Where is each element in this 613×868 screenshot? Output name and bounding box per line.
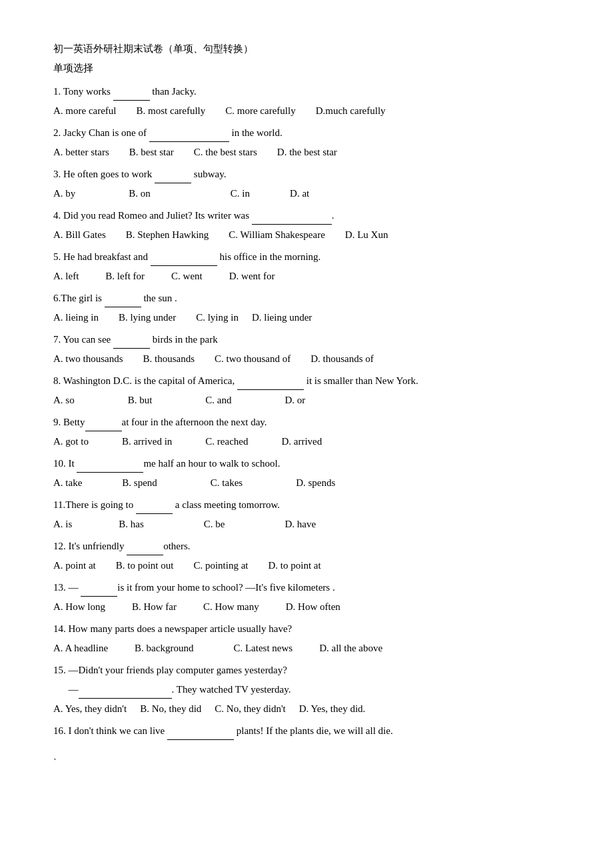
q12-options: A. point at B. to point out C. pointing … xyxy=(53,557,560,575)
q2-options: A. better stars B. best star C. the best… xyxy=(53,143,560,161)
question-5: 5. He had breakfast and his office in th… xyxy=(53,248,560,266)
q1-optD: D.much carefully xyxy=(316,102,386,120)
q3-optA: A. by xyxy=(53,185,75,203)
question-13: 13. — is it from your home to school? —I… xyxy=(53,579,560,597)
q15-optC: C. No, they didn't xyxy=(215,700,285,718)
question-11: 11.There is going to a class meeting tom… xyxy=(53,496,560,514)
q4-optB: B. Stephen Hawking xyxy=(126,226,209,244)
q13-optB: B. How far xyxy=(132,598,177,616)
q2-optA: A. better stars xyxy=(53,143,109,161)
q11-text: 11.There is going to a class meeting tom… xyxy=(53,499,280,510)
q10-optA: A. take xyxy=(53,474,82,492)
q6-optA: A. lieing in xyxy=(53,309,99,327)
question-10: 10. It me half an hour to walk to school… xyxy=(53,455,560,473)
question-3: 3. He often goes to work subway. xyxy=(53,165,560,183)
q11-optC: C. be xyxy=(204,515,225,533)
q14-optB: B. background xyxy=(135,639,193,657)
q3-optC: C. in xyxy=(231,185,250,203)
q9-optA: A. got to xyxy=(53,433,89,451)
q15-optD: D. Yes, they did. xyxy=(299,700,366,718)
question-1: 1. Tony works than Jacky. xyxy=(53,83,560,101)
q10-options: A. take B. spend C. takes D. spends xyxy=(53,474,560,492)
q12-optA: A. point at xyxy=(53,557,96,575)
question-2: 2. Jacky Chan is one of in the world. xyxy=(53,124,560,142)
q9-optB: B. arrived in xyxy=(122,433,172,451)
q10-text: 10. It me half an hour to walk to school… xyxy=(53,458,280,469)
q2-text: 2. Jacky Chan is one of in the world. xyxy=(53,127,283,138)
q15-options: A. Yes, they didn't B. No, they did C. N… xyxy=(53,700,560,718)
q3-options: A. by B. on C. in D. at xyxy=(53,185,560,203)
q7-optD: D. thousands of xyxy=(310,350,374,368)
q4-optA: A. Bill Gates xyxy=(53,226,106,244)
question-8: 8. Washington D.C. is the capital of Ame… xyxy=(53,372,560,390)
q13-options: A. How long B. How far C. How many D. Ho… xyxy=(53,598,560,616)
q9-optD: D. arrived xyxy=(281,433,322,451)
q4-optD: D. Lu Xun xyxy=(345,226,388,244)
q12-optC: C. pointing at xyxy=(193,557,248,575)
question-9: 9. Bettyat four in the afternoon the nex… xyxy=(53,413,560,431)
question-12: 12. It's unfriendly others. xyxy=(53,537,560,555)
q4-text: 4. Did you read Romeo and Juliet? Its wr… xyxy=(53,210,334,221)
q15-text1: 15. —Didn't your friends play computer g… xyxy=(53,665,287,675)
q6-optD: D. lieing under xyxy=(252,309,312,327)
q5-optB: B. left for xyxy=(105,267,145,285)
q15-text2: —. They watched TV yesterday. xyxy=(53,684,291,695)
question-7: 7. You can see birds in the park xyxy=(53,331,560,349)
q14-optC: C. Latest news xyxy=(233,639,293,657)
q8-text: 8. Washington D.C. is the capital of Ame… xyxy=(53,375,418,386)
q11-optB: B. has xyxy=(119,515,144,533)
q3-text: 3. He often goes to work subway. xyxy=(53,169,226,179)
question-6: 6.The girl is the sun . xyxy=(53,289,560,307)
q7-text: 7. You can see birds in the park xyxy=(53,334,218,345)
q2-optD: D. the best star xyxy=(277,143,337,161)
q11-optD: D. have xyxy=(285,515,316,533)
question-16: 16. I don't think we can live plants! If… xyxy=(53,722,560,740)
backtick-mark: ` xyxy=(53,753,560,771)
q8-optB: B. but xyxy=(128,391,153,409)
q10-optC: C. takes xyxy=(211,474,243,492)
q15-optA: A. Yes, they didn't xyxy=(53,700,127,718)
q3-optB: B. on xyxy=(129,185,151,203)
q7-options: A. two thousands B. thousands C. two tho… xyxy=(53,350,560,368)
q4-optC: C. William Shakespeare xyxy=(229,226,325,244)
q6-text: 6.The girl is the sun . xyxy=(53,293,177,303)
question-15-line1: 15. —Didn't your friends play computer g… xyxy=(53,661,560,679)
q14-options: A. A headline B. background C. Latest ne… xyxy=(53,639,560,657)
q8-optC: C. and xyxy=(205,391,231,409)
q8-optA: A. so xyxy=(53,391,75,409)
q6-options: A. lieing in B. lying under C. lying in … xyxy=(53,309,560,327)
q5-optA: A. left xyxy=(53,267,79,285)
q7-optB: B. thousands xyxy=(143,350,195,368)
q9-optC: C. reached xyxy=(205,433,248,451)
q1-options: A. more careful B. most carefully C. mor… xyxy=(53,102,560,120)
q8-options: A. so B. but C. and D. or xyxy=(53,391,560,409)
document-container: 初一英语外研社期末试卷（单项、句型转换） 单项选择 1. Tony works … xyxy=(53,40,560,771)
q2-optB: B. best star xyxy=(129,143,174,161)
q10-optB: B. spend xyxy=(122,474,157,492)
q14-text: 14. How many parts does a newspaper arti… xyxy=(53,623,292,634)
q11-optA: A. is xyxy=(53,515,72,533)
q13-optD: D. How often xyxy=(286,598,340,616)
q13-text: 13. — is it from your home to school? —I… xyxy=(53,582,335,593)
q1-optA: A. more careful xyxy=(53,102,117,120)
question-4: 4. Did you read Romeo and Juliet? Its wr… xyxy=(53,207,560,225)
document-title: 初一英语外研社期末试卷（单项、句型转换） xyxy=(53,40,560,58)
q14-optD: D. all the above xyxy=(319,639,382,657)
q16-text: 16. I don't think we can live plants! If… xyxy=(53,725,393,736)
q1-optB: B. most carefully xyxy=(137,102,206,120)
q5-text: 5. He had breakfast and his office in th… xyxy=(53,251,320,262)
q10-optD: D. spends xyxy=(296,474,335,492)
q8-optD: D. or xyxy=(285,391,306,409)
q9-text: 9. Bettyat four in the afternoon the nex… xyxy=(53,417,267,427)
q4-options: A. Bill Gates B. Stephen Hawking C. Will… xyxy=(53,226,560,244)
q9-options: A. got to B. arrived in C. reached D. ar… xyxy=(53,433,560,451)
q12-optD: D. to point at xyxy=(269,557,321,575)
q1-optC: C. more carefully xyxy=(225,102,295,120)
q3-optD: D. at xyxy=(290,185,309,203)
q5-optC: C. went xyxy=(171,267,203,285)
q5-options: A. left B. left for C. went D. went for xyxy=(53,267,560,285)
q13-optA: A. How long xyxy=(53,598,105,616)
q2-optC: C. the best stars xyxy=(194,143,257,161)
q12-optB: B. to point out xyxy=(116,557,174,575)
q12-text: 12. It's unfriendly others. xyxy=(53,541,191,551)
